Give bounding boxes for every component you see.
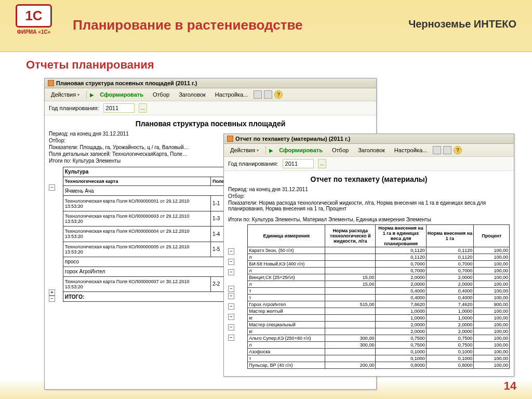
report-title: Отчет по техпакету (материалы)	[228, 175, 510, 183]
col-weight: Норма внесения на 1 га в единицах веса д…	[376, 225, 426, 247]
table-row[interactable]: л0,11200,1120100,00	[248, 254, 510, 261]
header-button[interactable]: Заголовок	[175, 90, 209, 99]
col-liquid: Норма расхода технологическо й жидкости,…	[325, 225, 376, 247]
window-icon	[227, 136, 233, 142]
params-bar: Год планирования: ...	[224, 157, 514, 171]
techpacket-table: Единица измеренияНорма расхода технологи…	[247, 224, 510, 369]
page-number: 14	[504, 379, 516, 393]
export-icon[interactable]	[254, 90, 262, 99]
year-dropdown-button[interactable]: ...	[318, 159, 326, 168]
table-row[interactable]: л0,70000,7000100,00	[248, 268, 510, 274]
tree-gutter: − − − − − − − − −	[228, 224, 247, 369]
logo-icon: 1C	[16, 4, 52, 28]
collapse-icon[interactable]: −	[49, 296, 55, 302]
meta-totals: Итоги по: Культура Элементы, Материал Эл…	[228, 217, 510, 222]
play-icon: ▶	[90, 92, 94, 98]
table-row[interactable]: Азофоска0,10000,1000100,00	[248, 349, 510, 355]
col-unit: Единица измерения	[248, 225, 325, 247]
collapse-icon[interactable]: −	[228, 324, 234, 330]
table-row[interactable]: т0,40000,4000100,00	[248, 288, 510, 295]
slide-title: Планирование в растениеводстве	[73, 17, 303, 33]
table-row[interactable]: т0,10000,1000100,00	[248, 355, 510, 362]
collapse-icon[interactable]: −	[228, 286, 234, 292]
col-percent: Процент	[474, 225, 510, 247]
table-row[interactable]: Пульсар, ВР (40 г/л)200,000,80000,800010…	[248, 362, 510, 369]
titlebar[interactable]: Отчет по техпакету (материалы) (2011 г.)	[224, 134, 514, 144]
form-button[interactable]: Сформировать	[96, 90, 147, 99]
tree-gutter: − + −	[49, 167, 63, 302]
toolbar: Действия ▶ Сформировать Отбор Заголовок …	[45, 88, 376, 101]
expand-icon[interactable]: +	[49, 289, 55, 296]
table-row[interactable]: Каратэ Зеон, (50 г/л)0,11200,1120100,00	[248, 247, 510, 254]
save-icon[interactable]	[264, 90, 272, 99]
table-row[interactable]: л300,000,75000,7500100,00	[248, 342, 510, 349]
settings-button[interactable]: Настройка...	[211, 90, 251, 99]
slide-header: 1C ФИРМА «1С» Планирование в растениевод…	[0, 0, 532, 52]
collapse-icon[interactable]: −	[228, 303, 234, 310]
collapse-icon[interactable]: −	[228, 335, 234, 341]
collapse-icon[interactable]: −	[228, 269, 234, 275]
table-row[interactable]: т0,40000,4000100,00	[248, 295, 510, 301]
meta-indicators: Показатели: Норма расхода технологическо…	[228, 200, 510, 211]
report-title: Плановая структура посевных площадей	[49, 119, 372, 128]
window-title: Отчет по техпакету (материалы) (2011 г.)	[235, 136, 350, 142]
company-name: Черноземье ИНТЕКО	[408, 18, 516, 30]
table-row[interactable]: Горох АгроИнтел515,007,86207,4620900,00	[248, 301, 510, 308]
year-label: Год планирования:	[49, 105, 99, 111]
actions-menu[interactable]: Действия	[227, 145, 262, 155]
year-input[interactable]	[103, 103, 135, 113]
help-icon[interactable]: ?	[454, 146, 462, 154]
window-icon	[48, 80, 54, 86]
filter-button[interactable]: Отбор	[149, 90, 173, 99]
export-icon[interactable]	[433, 146, 441, 154]
params-bar: Год планирования: ...	[45, 101, 376, 115]
table-row[interactable]: кг1,00001,0000100,00	[248, 315, 510, 322]
meta-period: Период: на конец дня 31.12.2011	[228, 187, 510, 192]
table-row[interactable]: Мастер специальный2,00002,0000100,00	[248, 322, 510, 328]
toolbar: Действия ▶ Сформировать Отбор Заголовок …	[224, 144, 514, 157]
year-input[interactable]	[283, 159, 314, 168]
table-row[interactable]: Мастер желтый1,00001,0000100,00	[248, 308, 510, 315]
year-dropdown-button[interactable]: ...	[139, 103, 147, 113]
collapse-icon[interactable]: −	[228, 248, 234, 255]
settings-button[interactable]: Настройка...	[391, 145, 431, 155]
slide-subtitle: Отчеты планирования	[0, 52, 532, 78]
header-button[interactable]: Заголовок	[354, 145, 389, 155]
play-icon: ▶	[269, 148, 273, 153]
actions-menu[interactable]: Действия	[47, 90, 83, 99]
window-title: Плановая структура посевных площадей (20…	[56, 80, 197, 86]
collapse-icon[interactable]: −	[228, 314, 234, 320]
collapse-icon[interactable]: −	[49, 184, 55, 191]
save-icon[interactable]	[443, 146, 451, 154]
col-ga: Норма внесения на 1 га	[426, 225, 474, 247]
table-row[interactable]: кг2,00002,0000100,00	[248, 328, 510, 335]
meta-filter: Отбор:	[228, 193, 510, 199]
table-row[interactable]: л15,002,00002,0000100,00	[248, 281, 510, 288]
year-label: Год планирования:	[228, 161, 278, 167]
table-row[interactable]: БИ-58 Новый,КЭ (400 г/л)0,70000,7000100,…	[248, 261, 510, 268]
logo-1c: 1C ФИРМА «1С»	[10, 4, 57, 41]
filter-button[interactable]: Отбор	[328, 145, 352, 155]
logo-text: ФИРМА «1С»	[17, 29, 51, 35]
help-icon[interactable]: ?	[274, 90, 283, 99]
form-button[interactable]: Сформировать	[275, 145, 326, 155]
table-row[interactable]: Винцит,СК (25+25г\л)15,002,00002,0000100…	[248, 274, 510, 281]
window-techpacket: Отчет по техпакету (материалы) (2011 г.)…	[223, 134, 514, 377]
titlebar[interactable]: Плановая структура посевных площадей (20…	[45, 78, 376, 88]
col-card: Технологическая карта	[63, 177, 210, 186]
collapse-icon[interactable]: −	[228, 259, 234, 265]
table-row[interactable]: Альто Супер,КЭ (250+80 г/л)300,000,75000…	[248, 335, 510, 342]
collapse-icon[interactable]: −	[228, 293, 234, 299]
